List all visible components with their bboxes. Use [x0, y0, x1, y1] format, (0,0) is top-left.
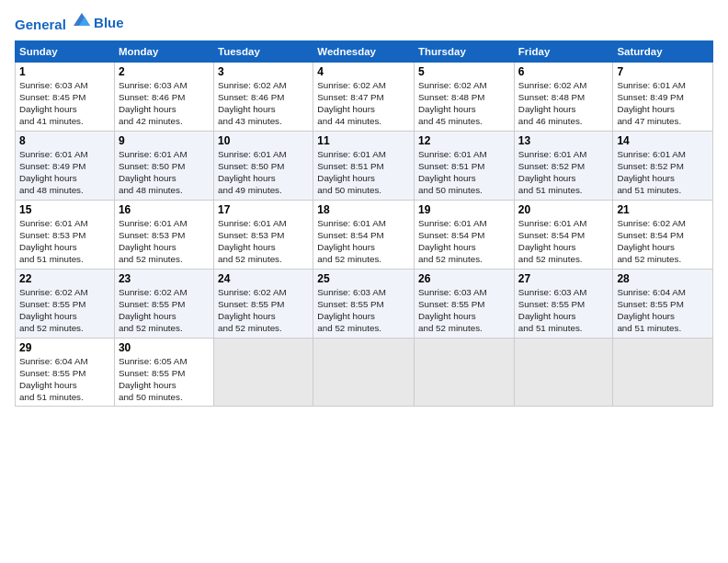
- day-number: 25: [317, 272, 410, 285]
- day-info: Sunrise: 6:01 AM Sunset: 8:53 PM Dayligh…: [19, 217, 110, 266]
- day-number: 21: [617, 203, 709, 216]
- day-number: 13: [518, 134, 609, 147]
- day-number: 9: [119, 134, 210, 147]
- day-info: Sunrise: 6:03 AM Sunset: 8:55 PM Dayligh…: [317, 286, 410, 335]
- calendar-cell: 17 Sunrise: 6:01 AM Sunset: 8:53 PM Dayl…: [214, 200, 313, 269]
- calendar-cell: 28 Sunrise: 6:04 AM Sunset: 8:55 PM Dayl…: [613, 269, 713, 338]
- calendar-cell: 20 Sunrise: 6:01 AM Sunset: 8:54 PM Dayl…: [514, 200, 613, 269]
- calendar-header-friday: Friday: [514, 40, 613, 62]
- day-info: Sunrise: 6:01 AM Sunset: 8:53 PM Dayligh…: [218, 217, 309, 266]
- day-info: Sunrise: 6:02 AM Sunset: 8:55 PM Dayligh…: [218, 286, 309, 335]
- day-info: Sunrise: 6:03 AM Sunset: 8:46 PM Dayligh…: [119, 79, 210, 128]
- calendar-cell: [214, 338, 313, 407]
- day-info: Sunrise: 6:02 AM Sunset: 8:54 PM Dayligh…: [617, 217, 709, 266]
- logo-blue: Blue: [94, 16, 124, 31]
- day-info: Sunrise: 6:04 AM Sunset: 8:55 PM Dayligh…: [19, 355, 110, 404]
- day-number: 26: [418, 272, 510, 285]
- calendar-cell: 26 Sunrise: 6:03 AM Sunset: 8:55 PM Dayl…: [415, 269, 515, 338]
- day-info: Sunrise: 6:02 AM Sunset: 8:47 PM Dayligh…: [317, 79, 410, 128]
- day-info: Sunrise: 6:03 AM Sunset: 8:55 PM Dayligh…: [518, 286, 609, 335]
- day-number: 6: [518, 65, 609, 78]
- day-info: Sunrise: 6:01 AM Sunset: 8:54 PM Dayligh…: [518, 217, 609, 266]
- day-number: 17: [218, 203, 309, 216]
- calendar-header-monday: Monday: [114, 40, 213, 62]
- header: General Blue: [15, 13, 713, 33]
- day-number: 22: [19, 272, 110, 285]
- day-info: Sunrise: 6:01 AM Sunset: 8:49 PM Dayligh…: [617, 79, 709, 128]
- day-info: Sunrise: 6:01 AM Sunset: 8:54 PM Dayligh…: [418, 217, 510, 266]
- day-info: Sunrise: 6:01 AM Sunset: 8:51 PM Dayligh…: [418, 148, 510, 197]
- logo-icon: [72, 9, 92, 29]
- day-info: Sunrise: 6:01 AM Sunset: 8:50 PM Dayligh…: [119, 148, 210, 197]
- day-info: Sunrise: 6:03 AM Sunset: 8:45 PM Dayligh…: [19, 79, 110, 128]
- day-number: 14: [617, 134, 709, 147]
- calendar-cell: 15 Sunrise: 6:01 AM Sunset: 8:53 PM Dayl…: [16, 200, 115, 269]
- calendar-cell: 18 Sunrise: 6:01 AM Sunset: 8:54 PM Dayl…: [313, 200, 415, 269]
- day-number: 5: [418, 65, 510, 78]
- calendar-cell: 13 Sunrise: 6:01 AM Sunset: 8:52 PM Dayl…: [514, 131, 613, 200]
- day-number: 4: [317, 65, 410, 78]
- day-info: Sunrise: 6:05 AM Sunset: 8:55 PM Dayligh…: [119, 355, 210, 404]
- logo: General Blue: [15, 13, 124, 33]
- calendar-cell: 11 Sunrise: 6:01 AM Sunset: 8:51 PM Dayl…: [313, 131, 415, 200]
- calendar-cell: 23 Sunrise: 6:02 AM Sunset: 8:55 PM Dayl…: [114, 269, 213, 338]
- day-info: Sunrise: 6:01 AM Sunset: 8:50 PM Dayligh…: [218, 148, 309, 197]
- calendar-cell: 25 Sunrise: 6:03 AM Sunset: 8:55 PM Dayl…: [313, 269, 415, 338]
- calendar-table: SundayMondayTuesdayWednesdayThursdayFrid…: [15, 40, 713, 408]
- day-info: Sunrise: 6:02 AM Sunset: 8:46 PM Dayligh…: [218, 79, 309, 128]
- page: General Blue SundayMondayTuesdayWednesda…: [0, 0, 728, 563]
- calendar-header-saturday: Saturday: [613, 40, 713, 62]
- day-info: Sunrise: 6:01 AM Sunset: 8:53 PM Dayligh…: [119, 217, 210, 266]
- calendar-cell: 9 Sunrise: 6:01 AM Sunset: 8:50 PM Dayli…: [114, 131, 213, 200]
- day-number: 19: [418, 203, 510, 216]
- calendar-cell: 19 Sunrise: 6:01 AM Sunset: 8:54 PM Dayl…: [415, 200, 515, 269]
- day-info: Sunrise: 6:02 AM Sunset: 8:48 PM Dayligh…: [418, 79, 510, 128]
- calendar-cell: 8 Sunrise: 6:01 AM Sunset: 8:49 PM Dayli…: [16, 131, 115, 200]
- calendar-cell: [514, 338, 613, 407]
- day-number: 18: [317, 203, 410, 216]
- calendar-cell: 21 Sunrise: 6:02 AM Sunset: 8:54 PM Dayl…: [613, 200, 713, 269]
- day-number: 24: [218, 272, 309, 285]
- calendar-cell: 14 Sunrise: 6:01 AM Sunset: 8:52 PM Dayl…: [613, 131, 713, 200]
- day-number: 23: [119, 272, 210, 285]
- day-info: Sunrise: 6:01 AM Sunset: 8:52 PM Dayligh…: [518, 148, 609, 197]
- day-number: 7: [617, 65, 709, 78]
- calendar-cell: [415, 338, 515, 407]
- calendar-cell: 2 Sunrise: 6:03 AM Sunset: 8:46 PM Dayli…: [114, 62, 213, 131]
- day-info: Sunrise: 6:01 AM Sunset: 8:51 PM Dayligh…: [317, 148, 410, 197]
- calendar-cell: 7 Sunrise: 6:01 AM Sunset: 8:49 PM Dayli…: [613, 62, 713, 131]
- calendar-cell: 10 Sunrise: 6:01 AM Sunset: 8:50 PM Dayl…: [214, 131, 313, 200]
- calendar-cell: 12 Sunrise: 6:01 AM Sunset: 8:51 PM Dayl…: [415, 131, 515, 200]
- calendar-header-thursday: Thursday: [415, 40, 515, 62]
- day-number: 16: [119, 203, 210, 216]
- day-number: 29: [19, 341, 110, 354]
- calendar-cell: [313, 338, 415, 407]
- calendar-header-wednesday: Wednesday: [313, 40, 415, 62]
- day-info: Sunrise: 6:01 AM Sunset: 8:52 PM Dayligh…: [617, 148, 709, 197]
- calendar-cell: 30 Sunrise: 6:05 AM Sunset: 8:55 PM Dayl…: [114, 338, 213, 407]
- day-number: 12: [418, 134, 510, 147]
- calendar-cell: [613, 338, 713, 407]
- day-number: 27: [518, 272, 609, 285]
- calendar-cell: 29 Sunrise: 6:04 AM Sunset: 8:55 PM Dayl…: [16, 338, 115, 407]
- calendar-cell: 5 Sunrise: 6:02 AM Sunset: 8:48 PM Dayli…: [415, 62, 515, 131]
- day-number: 20: [518, 203, 609, 216]
- calendar-cell: 3 Sunrise: 6:02 AM Sunset: 8:46 PM Dayli…: [214, 62, 313, 131]
- calendar-header-row: SundayMondayTuesdayWednesdayThursdayFrid…: [16, 40, 713, 62]
- day-number: 8: [19, 134, 110, 147]
- day-number: 28: [617, 272, 709, 285]
- calendar-header-tuesday: Tuesday: [214, 40, 313, 62]
- day-info: Sunrise: 6:02 AM Sunset: 8:55 PM Dayligh…: [119, 286, 210, 335]
- calendar-cell: 6 Sunrise: 6:02 AM Sunset: 8:48 PM Dayli…: [514, 62, 613, 131]
- calendar-cell: 16 Sunrise: 6:01 AM Sunset: 8:53 PM Dayl…: [114, 200, 213, 269]
- day-info: Sunrise: 6:04 AM Sunset: 8:55 PM Dayligh…: [617, 286, 709, 335]
- calendar-cell: 27 Sunrise: 6:03 AM Sunset: 8:55 PM Dayl…: [514, 269, 613, 338]
- day-info: Sunrise: 6:01 AM Sunset: 8:49 PM Dayligh…: [19, 148, 110, 197]
- logo-general: General: [15, 17, 66, 32]
- day-number: 10: [218, 134, 309, 147]
- day-number: 30: [119, 341, 210, 354]
- calendar-cell: 24 Sunrise: 6:02 AM Sunset: 8:55 PM Dayl…: [214, 269, 313, 338]
- calendar-cell: 1 Sunrise: 6:03 AM Sunset: 8:45 PM Dayli…: [16, 62, 115, 131]
- day-info: Sunrise: 6:02 AM Sunset: 8:55 PM Dayligh…: [19, 286, 110, 335]
- day-info: Sunrise: 6:02 AM Sunset: 8:48 PM Dayligh…: [518, 79, 609, 128]
